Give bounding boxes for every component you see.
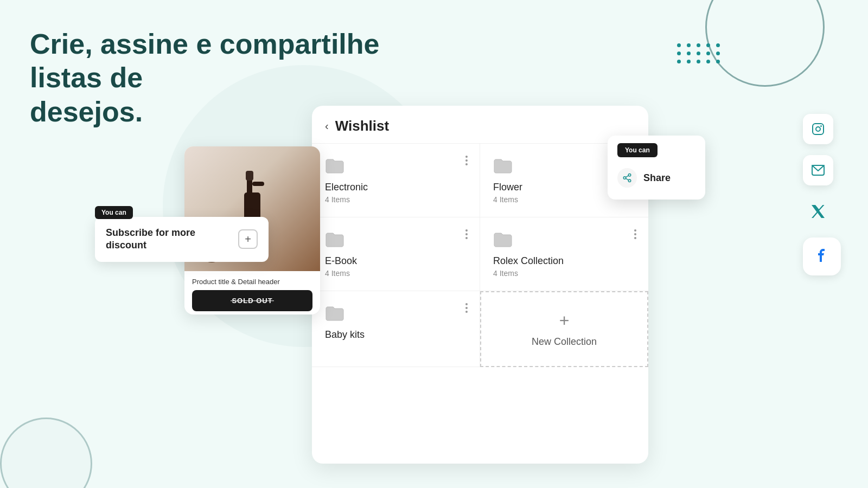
- more-dots-babykits[interactable]: [465, 303, 468, 313]
- email-icon-button[interactable]: [803, 155, 833, 185]
- wishlist-item-count-electronic: 4 Items: [325, 195, 467, 204]
- wishlist-item-name-rolex: Rolex Collection: [493, 255, 635, 267]
- wishlist-item-name-babykits: Baby kits: [325, 329, 467, 341]
- decorative-circle-bottom-left: [0, 418, 92, 488]
- product-card-title: Product title & Detail header: [192, 278, 312, 286]
- more-dots-ebook[interactable]: [465, 229, 468, 239]
- strikethrough-decoration: [231, 300, 274, 301]
- share-icon: [617, 168, 637, 188]
- wishlist-item-count-rolex: 4 Items: [493, 269, 635, 278]
- wishlist-header: ‹ Wishlist: [312, 106, 648, 144]
- svg-rect-3: [246, 171, 253, 181]
- svg-point-12: [816, 127, 820, 131]
- instagram-icon-button[interactable]: [803, 114, 833, 144]
- wishlist-item-name-ebook: E-Book: [325, 255, 467, 267]
- wishlist-item-ebook: E-Book 4 Items: [312, 217, 480, 291]
- wishlist-item-count-ebook: 4 Items: [325, 269, 467, 278]
- new-collection-label: New Collection: [532, 336, 597, 348]
- you-can-badge: You can: [95, 206, 133, 219]
- svg-line-9: [626, 178, 628, 180]
- share-you-can-badge: You can: [617, 143, 658, 157]
- sold-out-button[interactable]: SOLD OUT: [192, 290, 312, 311]
- new-collection-plus-icon: +: [559, 311, 570, 331]
- wishlist-back-button[interactable]: ‹: [325, 120, 329, 132]
- wishlist-item-electronic: Electronic 4 Items: [312, 144, 480, 217]
- svg-rect-11: [813, 124, 824, 134]
- share-label: Share: [643, 172, 671, 184]
- share-popup: You can Share: [608, 136, 705, 200]
- wishlist-title: Wishlist: [335, 118, 389, 134]
- wishlist-panel: ‹ Wishlist Electronic 4 Items: [312, 106, 648, 464]
- subscribe-tooltip: You can Subscribe for more discount +: [95, 217, 269, 262]
- dot-grid-decoration: [677, 43, 722, 63]
- svg-rect-1: [247, 179, 252, 195]
- wishlist-item-name-electronic: Electronic: [325, 182, 467, 193]
- svg-line-10: [626, 176, 628, 177]
- svg-rect-2: [252, 182, 264, 186]
- folder-icon-rolex: [493, 230, 513, 248]
- twitter-icon-button[interactable]: [803, 196, 833, 227]
- decorative-circle-top-right: [705, 0, 825, 87]
- subscribe-plus-button[interactable]: +: [238, 229, 258, 249]
- new-collection-button[interactable]: + New Collection: [480, 291, 648, 367]
- share-option[interactable]: Share: [617, 164, 695, 192]
- svg-point-13: [821, 126, 821, 126]
- folder-icon-babykits: [325, 304, 344, 322]
- more-dots-electronic[interactable]: [465, 156, 468, 165]
- folder-icon-electronic: [325, 157, 344, 174]
- facebook-icon-button[interactable]: [803, 237, 841, 275]
- folder-icon-ebook: [325, 230, 344, 248]
- wishlist-item-rolex: Rolex Collection 4 Items: [480, 217, 648, 291]
- wishlist-grid: Electronic 4 Items Flower 4 Items: [312, 144, 648, 367]
- more-dots-rolex[interactable]: [634, 229, 636, 239]
- product-card-info: Product title & Detail header SOLD OUT: [184, 271, 320, 314]
- wishlist-item-babykits: Baby kits: [312, 291, 480, 367]
- social-icons-panel: [803, 114, 841, 275]
- subscribe-text: Subscribe for more discount: [106, 227, 231, 252]
- folder-icon-flower: [493, 157, 513, 174]
